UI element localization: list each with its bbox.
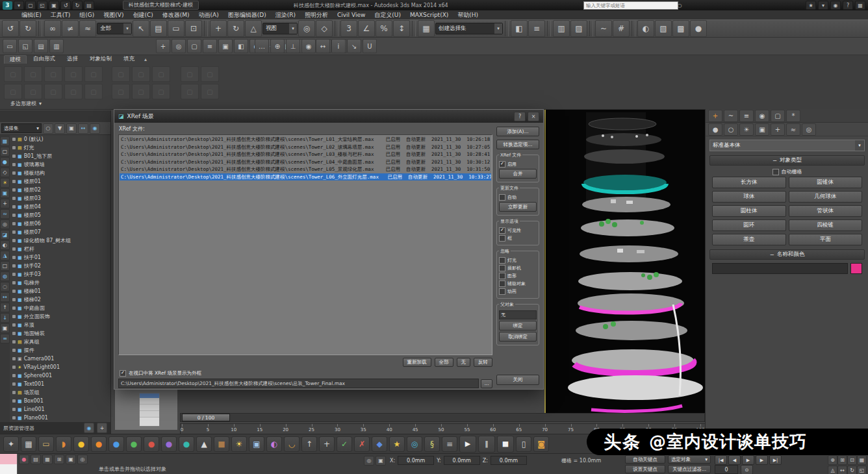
- explorer-row[interactable]: ▤灯光: [10, 143, 110, 152]
- spinner-snap-toggle-icon[interactable]: ↕: [393, 20, 410, 37]
- primitive-button-6[interactable]: 管状体: [789, 205, 863, 217]
- next-frame-icon[interactable]: ▶: [756, 455, 768, 465]
- se-display-shapes-icon[interactable]: ◇: [0, 168, 10, 177]
- checkbox-icon[interactable]: [499, 281, 505, 287]
- close-button[interactable]: 关闭: [496, 375, 539, 385]
- maxscript-mini-listener[interactable]: [0, 454, 18, 474]
- se-sync-icon[interactable]: ↔: [78, 123, 88, 134]
- menu-item-2[interactable]: 工具(T): [46, 11, 75, 19]
- current-frame-field[interactable]: 0: [715, 465, 738, 474]
- visibility-dot-icon[interactable]: [12, 214, 16, 217]
- primitive-button-7[interactable]: 圆环: [712, 219, 786, 231]
- save-file-icon[interactable]: ▣: [49, 1, 59, 10]
- scene-explorer-toggle-icon[interactable]: ▤: [34, 39, 48, 53]
- browse-button[interactable]: ...: [481, 379, 492, 388]
- se-pick-child-icon[interactable]: ↓: [0, 313, 10, 323]
- key-selection-dropdown[interactable]: 选定对象 ▾: [668, 455, 711, 464]
- clone-and-align-icon[interactable]: ⊕: [270, 39, 285, 53]
- redo-quick-icon[interactable]: ↻: [72, 1, 83, 10]
- menu-item-12[interactable]: 自定义(U): [370, 11, 405, 19]
- checkbox-icon[interactable]: ✓: [499, 161, 505, 168]
- script-icon[interactable]: §: [424, 436, 440, 452]
- container-new-icon[interactable]: ▭: [3, 39, 17, 53]
- se-footer-settings-icon[interactable]: ◉: [84, 423, 94, 433]
- ribbon-tab-4[interactable]: 对象绘制: [84, 55, 117, 63]
- container-open-icon[interactable]: ◱: [18, 39, 32, 53]
- visibility-dot-icon[interactable]: [12, 273, 16, 276]
- explorer-row[interactable]: ■楼层01: [10, 177, 110, 186]
- checkbox-自动[interactable]: 自动: [499, 194, 537, 201]
- se-display-bones-icon[interactable]: ◮: [0, 251, 10, 260]
- channel-info-icon[interactable]: i: [331, 39, 346, 53]
- se-filter-icon[interactable]: ▼: [55, 123, 65, 134]
- visibility-dot-icon[interactable]: [12, 239, 16, 242]
- checkbox-icon[interactable]: [499, 194, 505, 201]
- sign-in-icon[interactable]: ◉: [830, 1, 841, 10]
- se-display-none-icon[interactable]: ▢: [0, 147, 10, 156]
- go-to-start-icon[interactable]: |◀: [715, 455, 727, 465]
- visibility-dot-icon[interactable]: [12, 205, 16, 208]
- sphere-blue-icon[interactable]: ●: [108, 436, 124, 452]
- se-display-all-icon[interactable]: ▦: [0, 136, 10, 146]
- check-green-icon[interactable]: ✓: [337, 436, 352, 452]
- explorer-row[interactable]: ■吊顶: [10, 321, 110, 329]
- visibility-dot-icon[interactable]: [12, 281, 16, 284]
- checkbox-icon[interactable]: ✓: [120, 370, 126, 377]
- curve-editor-icon[interactable]: ~: [595, 20, 612, 37]
- checkbox-灯光[interactable]: 灯光: [499, 257, 537, 264]
- explorer-row[interactable]: ■栏杆: [10, 245, 110, 253]
- percent-snap-toggle-icon[interactable]: %: [376, 20, 392, 37]
- checkbox-图形[interactable]: 图形: [499, 273, 537, 279]
- time-slider[interactable]: 0 / 100: [180, 413, 705, 422]
- auto-key-button[interactable]: 自动关键点: [625, 455, 665, 464]
- align-icon[interactable]: ≡: [528, 20, 545, 37]
- visibility-dot-icon[interactable]: [12, 332, 16, 335]
- select-and-rotate-icon[interactable]: ↻: [227, 20, 244, 37]
- sphere-yellow-icon[interactable]: ●: [73, 436, 89, 452]
- se-display-hidden-icon[interactable]: ◌: [0, 282, 10, 292]
- mirror-icon[interactable]: ◧: [511, 20, 528, 37]
- explorer-row[interactable]: ■外立面装饰: [10, 312, 110, 321]
- se-display-groups-icon[interactable]: ◎: [0, 219, 10, 229]
- checkbox-辅助对象[interactable]: 辅助对象: [499, 281, 537, 287]
- measure-ruler-icon[interactable]: ▭: [38, 436, 54, 452]
- checkbox-icon[interactable]: [499, 235, 505, 242]
- display-floater-icon[interactable]: ▢: [187, 39, 201, 53]
- scene-states-icon[interactable]: ≡: [203, 39, 217, 53]
- lights-category[interactable]: ☀: [739, 123, 754, 136]
- reference-coordinate-system-dropdown[interactable]: 视图▾: [262, 23, 298, 34]
- object-type-rollout[interactable]: − 对象类型: [709, 155, 865, 166]
- cameras-category[interactable]: ▣: [755, 123, 769, 136]
- xref-entry-row[interactable]: C:\Users\Administrator\Desktop\2021_科技感创…: [120, 136, 491, 143]
- visibility-dot-icon[interactable]: [12, 180, 16, 183]
- set-key-button[interactable]: 设置关键点: [625, 465, 665, 473]
- render-setup-icon[interactable]: ▧: [655, 20, 672, 37]
- sphere-purple-icon[interactable]: ●: [161, 436, 177, 452]
- units-setup-icon[interactable]: U: [363, 39, 377, 53]
- menu-item-4[interactable]: 视图(V): [99, 11, 128, 19]
- checkbox-icon[interactable]: [499, 257, 505, 264]
- perspective-viewport[interactable]: [544, 109, 707, 414]
- zoom-extents-all-icon[interactable]: ▦: [857, 455, 867, 465]
- field-of-view-icon[interactable]: ◬: [828, 466, 837, 474]
- explorer-row[interactable]: ▤0 (默认): [10, 135, 110, 143]
- primitive-button-3[interactable]: 球体: [712, 191, 786, 203]
- visibility-dot-icon[interactable]: [12, 416, 16, 419]
- select-object-icon[interactable]: ↖: [133, 20, 149, 37]
- light-bulb-icon[interactable]: ☀: [231, 436, 247, 452]
- se-find-icon[interactable]: ○: [43, 123, 53, 134]
- checkbox-icon[interactable]: [499, 288, 505, 295]
- rendered-frame-window-icon[interactable]: ▩: [672, 20, 689, 37]
- xref-merge-button[interactable]: 合并: [499, 169, 537, 179]
- select-and-link-icon[interactable]: ∞: [44, 20, 61, 37]
- se-footer-new-layer-icon[interactable]: +: [97, 423, 107, 433]
- menu-item-13[interactable]: MAXScript(X): [405, 12, 453, 18]
- settings-wrench-icon[interactable]: ✦: [3, 436, 19, 452]
- layers-stack-icon[interactable]: ≡: [442, 436, 457, 452]
- explorer-row[interactable]: ■绿化植物 87_树木组: [10, 236, 110, 245]
- snaps-toggle-icon[interactable]: 3: [340, 20, 357, 37]
- xref-list-button-3[interactable]: 无: [457, 358, 471, 367]
- menu-item-1[interactable]: 编辑(E): [17, 11, 46, 19]
- layer-explorer-toggle-icon[interactable]: ▥: [49, 39, 64, 53]
- mini-floating-panel[interactable]: [139, 393, 160, 427]
